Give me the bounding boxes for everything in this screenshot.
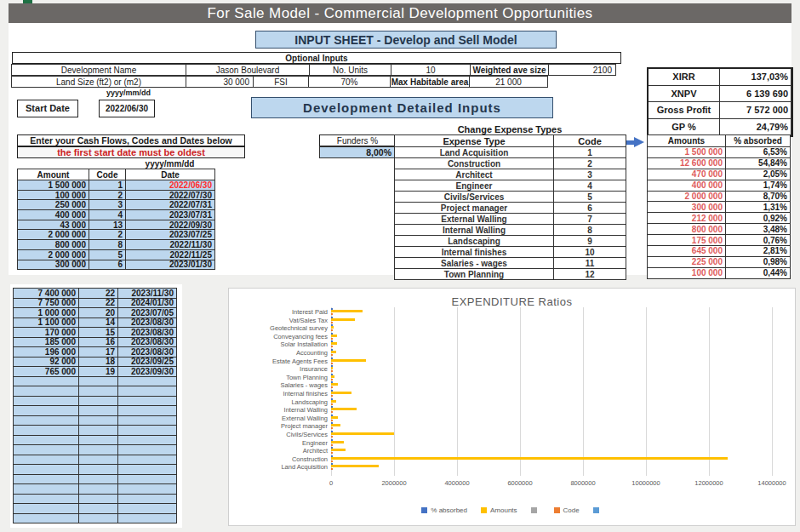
development-name-input[interactable]: Jason Boulevard [186,64,310,76]
table-cell[interactable] [79,514,118,524]
table-cell[interactable]: 92 000 [14,358,79,368]
table-cell[interactable] [14,406,79,416]
table-cell[interactable] [79,475,118,485]
table-cell[interactable]: 300 000 [18,260,89,271]
table-cell[interactable]: 400 000 [18,210,89,220]
table-cell[interactable]: 2022/07/30 [126,191,215,201]
table-cell[interactable] [118,426,177,436]
table-cell[interactable]: 2023/01/30 [126,260,215,271]
table-cell[interactable]: 1 100 000 [14,318,79,329]
fsi-input[interactable]: 70% [308,76,391,88]
table-cell[interactable] [14,436,79,446]
table-cell[interactable]: 2023/08/30 [118,338,177,348]
table-cell[interactable] [118,475,177,485]
table-cell[interactable]: 2023/07/25 [126,230,215,240]
table-cell[interactable]: 2022/06/30 [126,180,215,191]
table-cell[interactable]: 185 000 [14,338,79,348]
table-cell[interactable]: 22 [79,289,118,299]
table-cell[interactable]: 800 000 [18,240,89,250]
table-cell[interactable] [79,445,118,455]
table-cell[interactable]: 2 000 000 [18,250,89,260]
table-cell[interactable] [118,504,177,514]
table-cell[interactable] [79,416,118,426]
table-cell[interactable] [14,495,79,505]
table-cell[interactable] [79,436,118,446]
table-cell[interactable]: 2023/08/30 [118,347,177,358]
table-cell[interactable] [79,377,118,387]
table-cell[interactable] [14,377,79,387]
table-cell[interactable] [79,495,118,505]
table-cell[interactable] [118,465,177,475]
table-cell[interactable]: 2023/07/05 [118,308,177,318]
table-cell[interactable]: 765 000 [14,367,79,377]
table-cell[interactable]: 18 [79,358,118,368]
table-cell[interactable]: 2023/11/30 [118,289,177,299]
land-size-input[interactable]: 30 000 [186,76,254,88]
table-cell[interactable]: 2023/08/30 [118,318,177,329]
table-cell[interactable] [118,484,177,495]
table-cell[interactable] [14,514,79,524]
no-units-input[interactable]: 10 [391,64,471,76]
expenditure-chart[interactable]: EXPENDITURE Ratios Interest PaidVat/Sale… [228,288,796,526]
table-cell[interactable] [118,445,177,455]
table-cell[interactable]: 15 [79,328,118,338]
table-cell[interactable] [118,416,177,426]
table-cell[interactable] [14,416,79,426]
table-cell[interactable]: 100 000 [18,191,89,201]
table-cell[interactable]: 1 [89,180,126,191]
table-cell[interactable] [14,475,79,485]
table-cell[interactable] [118,377,177,387]
table-cell[interactable]: 2024/01/30 [118,299,177,309]
table-cell[interactable]: 2023/08/30 [118,328,177,338]
table-cell[interactable]: 2022/07/31 [126,200,215,210]
table-cell[interactable]: 4 [89,210,126,220]
table-cell[interactable] [14,455,79,466]
table-cell[interactable] [118,495,177,505]
table-cell[interactable]: 5 [89,250,126,260]
table-cell[interactable]: 8 [89,240,126,250]
funders-input[interactable]: 8,00% [319,146,396,158]
table-cell[interactable]: 2 [89,230,126,240]
table-cell[interactable] [79,455,118,466]
table-cell[interactable]: 2023/09/30 [118,367,177,377]
start-date-input[interactable]: 2022/06/30 [99,100,155,117]
table-cell[interactable] [118,406,177,416]
table-cell[interactable]: 3 [89,200,126,210]
table-cell[interactable]: 6 [89,260,126,271]
table-cell[interactable]: 196 000 [14,347,79,358]
table-cell[interactable]: 2 000 000 [18,230,89,240]
table-cell[interactable]: 14 [79,318,118,329]
table-cell[interactable] [14,397,79,407]
table-cell[interactable]: 2023/09/25 [118,358,177,368]
table-cell[interactable]: 20 [79,308,118,318]
table-cell[interactable] [79,406,118,416]
table-cell[interactable] [79,386,118,397]
table-cell[interactable] [14,465,79,475]
table-cell[interactable]: 2022/09/30 [126,220,215,231]
table-cell[interactable] [79,397,118,407]
table-cell[interactable]: 19 [79,367,118,377]
table-cell[interactable] [118,436,177,446]
table-cell[interactable]: 2023/07/31 [126,210,215,220]
table-cell[interactable]: 2 [89,191,126,201]
table-cell[interactable]: 16 [79,338,118,348]
table-cell[interactable] [118,397,177,407]
table-cell[interactable] [14,426,79,436]
table-cell[interactable]: 43 000 [18,220,89,231]
table-cell[interactable]: 170 000 [14,328,79,338]
table-cell[interactable]: 7 400 000 [14,289,79,299]
table-cell[interactable] [14,484,79,495]
table-cell[interactable]: 1 500 000 [18,180,89,191]
table-cell[interactable] [14,504,79,514]
table-cell[interactable] [14,445,79,455]
table-cell[interactable] [79,484,118,495]
table-cell[interactable]: 250 000 [18,200,89,210]
table-cell[interactable]: 2022/11/25 [126,250,215,260]
table-cell[interactable]: 2022/11/30 [126,240,215,250]
table-cell[interactable] [118,386,177,397]
table-cell[interactable]: 7 750 000 [14,299,79,309]
table-cell[interactable] [118,514,177,524]
table-cell[interactable] [14,386,79,397]
table-cell[interactable]: 22 [79,299,118,309]
table-cell[interactable] [79,504,118,514]
